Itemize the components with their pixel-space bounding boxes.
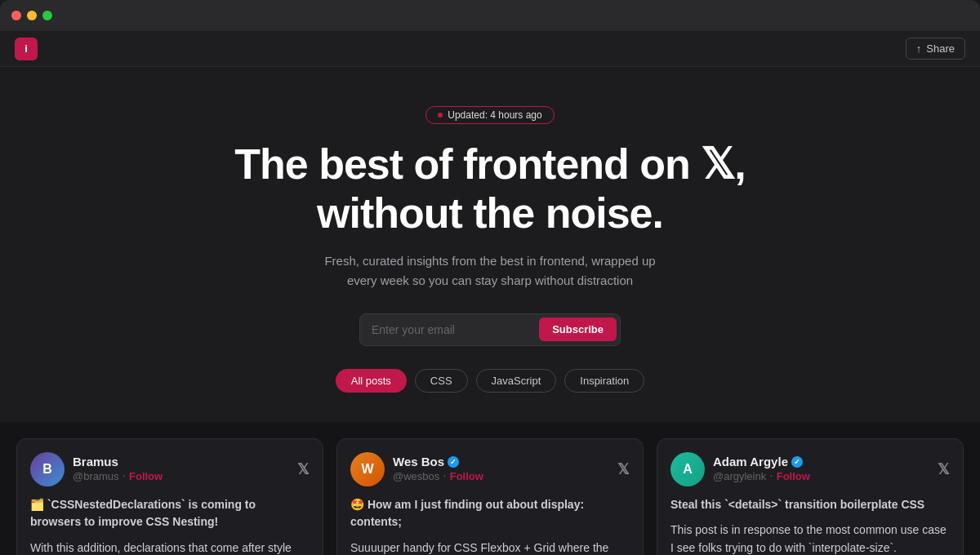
card-text-2: 🤩 How am I just finding out about displa… xyxy=(350,496,630,555)
maximize-button[interactable] xyxy=(42,11,52,20)
hero-title: The best of frontend on 𝕏, without the n… xyxy=(204,140,776,238)
user-handle-follow: @bramus · Follow xyxy=(73,468,163,483)
card-header: B Bramus @bramus · Follow 𝕏 xyxy=(30,452,310,486)
logo: i xyxy=(15,38,38,60)
share-icon: ↑ xyxy=(916,42,922,55)
card-user: W Wes Bos ✓ @wesbos · Follow xyxy=(350,452,483,486)
card-text-1: 🗂️ `CSSNestedDeclarations` is coming to … xyxy=(30,496,310,555)
card-bramus: B Bramus @bramus · Follow 𝕏 xyxy=(16,438,323,555)
cards-area: B Bramus @bramus · Follow 𝕏 xyxy=(0,422,980,555)
card-text-3: Steal this `<details>` transition boiler… xyxy=(670,496,950,555)
card-header: W Wes Bos ✓ @wesbos · Follow xyxy=(350,452,630,486)
app-window: i ↑ Share Updated: 4 hours ago The best … xyxy=(0,0,980,555)
x-icon[interactable]: 𝕏 xyxy=(938,460,950,478)
user-info: Bramus @bramus · Follow xyxy=(73,455,163,483)
close-button[interactable] xyxy=(11,11,21,20)
minimize-button[interactable] xyxy=(27,11,37,20)
updated-badge: Updated: 4 hours ago xyxy=(425,106,554,124)
filter-css[interactable]: CSS xyxy=(415,369,468,393)
hero-section: Updated: 4 hours ago The best of fronten… xyxy=(0,67,980,422)
badge-dot xyxy=(438,113,443,118)
follow-link[interactable]: Follow xyxy=(450,470,483,482)
verified-icon: ✓ xyxy=(448,456,459,468)
follow-link[interactable]: Follow xyxy=(777,470,810,482)
hero-subtitle: Fresh, curated insights from the best in… xyxy=(318,251,662,291)
traffic-lights xyxy=(11,11,52,20)
avatar: A xyxy=(670,452,705,486)
titlebar xyxy=(0,0,980,31)
user-info: Adam Argyle ✓ @argyleink · Follow xyxy=(713,455,810,483)
card-wesbos: W Wes Bos ✓ @wesbos · Follow xyxy=(336,438,644,555)
email-input[interactable] xyxy=(363,317,536,342)
share-button[interactable]: ↑ Share xyxy=(906,38,965,60)
user-handle-follow: @argyleink · Follow xyxy=(713,468,810,483)
user-name: Adam Argyle ✓ xyxy=(713,455,810,468)
subscribe-button[interactable]: Subscribe xyxy=(539,317,617,341)
filter-inspiration[interactable]: Inspiration xyxy=(564,369,644,393)
user-name: Wes Bos ✓ xyxy=(393,455,483,468)
user-info: Wes Bos ✓ @wesbos · Follow xyxy=(393,455,483,483)
card-user: B Bramus @bramus · Follow xyxy=(30,452,163,486)
card-header: A Adam Argyle ✓ @argyleink · Follow xyxy=(670,452,950,486)
user-handle-follow: @wesbos · Follow xyxy=(393,468,483,483)
user-name: Bramus xyxy=(73,455,163,468)
filter-all-posts[interactable]: All posts xyxy=(336,369,407,393)
verified-icon: ✓ xyxy=(791,456,803,468)
card-adam-argyle: A Adam Argyle ✓ @argyleink · Follow xyxy=(657,438,964,555)
avatar: B xyxy=(30,452,65,486)
x-icon[interactable]: 𝕏 xyxy=(297,460,310,478)
topbar: i ↑ Share xyxy=(0,31,980,67)
filter-tags: All posts CSS JavaScript Inspiration xyxy=(16,369,964,393)
follow-link[interactable]: Follow xyxy=(129,470,163,482)
x-icon[interactable]: 𝕏 xyxy=(617,460,630,478)
email-form: Subscribe xyxy=(359,313,621,346)
avatar: W xyxy=(350,452,385,486)
card-user: A Adam Argyle ✓ @argyleink · Follow xyxy=(670,452,810,486)
filter-javascript[interactable]: JavaScript xyxy=(476,369,557,393)
